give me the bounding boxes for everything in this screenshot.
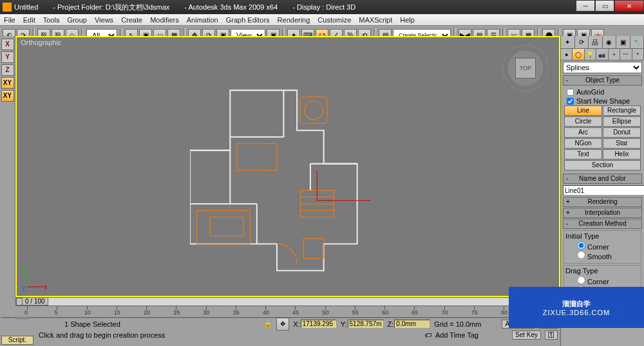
axis-xy2-button[interactable]: XY xyxy=(1,90,14,102)
sub-helpers[interactable]: + xyxy=(609,49,620,60)
shape-star-button[interactable]: Star xyxy=(603,138,641,149)
watermark-main: 溜溜自学 xyxy=(562,299,591,309)
shape-circle-button[interactable]: Circle xyxy=(564,116,602,127)
prompt-text: Click and drag to begin creation process xyxy=(39,331,165,339)
sub-lights[interactable]: 💡 xyxy=(585,49,596,60)
sub-cameras[interactable]: 📷 xyxy=(596,49,608,60)
rollout-creation-method[interactable]: Creation Method xyxy=(563,219,642,229)
axis-gizmo: y x z xyxy=(22,266,48,292)
category-dropdown[interactable]: Splines xyxy=(563,62,642,73)
shape-rectangle-button[interactable]: Rectangle xyxy=(603,105,641,116)
tab-display[interactable]: ▣ xyxy=(616,36,630,48)
tab-modify[interactable]: ⟳ xyxy=(575,36,589,48)
maximize-button[interactable]: ▭ xyxy=(595,0,614,12)
svg-rect-0 xyxy=(237,144,277,171)
y-coord-input[interactable] xyxy=(348,320,384,329)
object-name-input[interactable] xyxy=(563,185,644,196)
keyfilter-button[interactable]: ⚿ xyxy=(545,331,558,340)
sub-spacewarps[interactable]: 〰 xyxy=(620,49,632,60)
sub-shapes[interactable]: ◯ xyxy=(573,49,584,60)
selection-status: 1 Shape Selected xyxy=(64,320,120,328)
menu-tools[interactable]: Tools xyxy=(39,16,64,24)
axis-x-button[interactable]: X xyxy=(1,39,14,50)
autogrid-label: AutoGrid xyxy=(576,88,604,96)
autogrid-checkbox[interactable] xyxy=(567,89,574,96)
initial-type-label: Initial Type xyxy=(565,232,639,240)
tab-utilities[interactable]: 🔧 xyxy=(630,36,645,48)
start-new-shape-checkbox[interactable] xyxy=(567,98,574,105)
setkey-button[interactable]: Set Key xyxy=(512,331,541,340)
svg-rect-9 xyxy=(304,239,324,259)
tab-hierarchy[interactable]: 品 xyxy=(589,36,603,48)
menu-help[interactable]: Help xyxy=(396,16,419,24)
shape-section-button[interactable]: Section xyxy=(564,160,641,170)
menu-create[interactable]: Create xyxy=(117,16,146,24)
axis-constraint-bar: X Y Z XY XY xyxy=(0,36,15,297)
svg-point-3 xyxy=(305,101,323,120)
sub-geometry[interactable]: ● xyxy=(561,49,573,60)
view-cube[interactable]: TOP xyxy=(502,45,549,91)
grid-status: Grid = 10.0mm xyxy=(434,320,481,328)
svg-text:z: z xyxy=(22,284,26,292)
rollout-name-color[interactable]: Name and Color xyxy=(563,174,642,184)
title-bar: Untitled - Project Folder: D:\我的文档\3dsma… xyxy=(0,0,644,14)
window-title: Untitled - Project Folder: D:\我的文档\3dsma… xyxy=(14,3,641,12)
menu-animation[interactable]: Animation xyxy=(183,16,222,24)
axis-xy-button[interactable]: XY xyxy=(1,77,14,89)
menu-maxscript[interactable]: MAXScript xyxy=(355,16,396,24)
svg-text:x: x xyxy=(44,283,48,291)
minimize-button[interactable]: ─ xyxy=(576,0,595,12)
tab-create[interactable]: ✦ xyxy=(561,36,575,48)
shape-helix-button[interactable]: Helix xyxy=(603,149,641,159)
axis-z-button[interactable]: Z xyxy=(1,64,14,76)
drag-corner-radio[interactable] xyxy=(577,276,585,284)
menu-modifiers[interactable]: Modifiers xyxy=(146,16,183,24)
shape-arc-button[interactable]: Arc xyxy=(564,127,602,138)
script-label: Script. xyxy=(1,336,33,345)
menu-views[interactable]: Views xyxy=(91,16,117,24)
svg-text:y: y xyxy=(23,266,27,273)
lock-icon[interactable]: 🔒 xyxy=(263,320,272,328)
viewport[interactable]: Orthographic TOP y x z xyxy=(15,36,560,297)
bottom-panel: 0 / 100 ▤ 051015202530354045505560657075… xyxy=(0,297,560,346)
start-new-label: Start New Shape xyxy=(576,97,630,105)
svg-rect-8 xyxy=(211,217,244,236)
menu-customize[interactable]: Customize xyxy=(314,16,355,24)
z-coord-input[interactable] xyxy=(394,320,430,329)
view-cube-face[interactable]: TOP xyxy=(515,58,536,78)
shape-ellipse-button[interactable]: Ellipse xyxy=(603,116,641,127)
x-coord-input[interactable] xyxy=(301,320,337,329)
floorplan-drawing xyxy=(190,84,391,284)
sub-systems[interactable]: * xyxy=(632,49,644,60)
initial-corner-radio[interactable] xyxy=(577,241,585,250)
initial-smooth-radio[interactable] xyxy=(577,251,585,259)
menu-edit[interactable]: Edit xyxy=(19,16,39,24)
menu-rendering[interactable]: Rendering xyxy=(274,16,314,24)
axis-y-button[interactable]: Y xyxy=(1,51,14,63)
shape-text-button[interactable]: Text xyxy=(564,149,602,159)
viewport-label: Orthographic xyxy=(21,39,62,46)
menu-file[interactable]: File xyxy=(0,16,19,24)
close-button[interactable]: ✕ xyxy=(614,0,644,12)
tab-motion[interactable]: ◉ xyxy=(603,36,617,48)
drag-type-label: Drag Type xyxy=(565,267,639,275)
rollout-object-type[interactable]: Object Type xyxy=(563,75,642,86)
tag-icon[interactable]: 🏷 xyxy=(424,331,431,339)
watermark: 溜溜自学 ZIXUE.3D66.COM xyxy=(509,287,644,328)
menu-bar: File Edit Tools Group Views Create Modif… xyxy=(0,14,644,26)
shape-ngon-button[interactable]: NGon xyxy=(564,138,602,149)
time-slider[interactable]: 0 / 100 xyxy=(15,297,545,306)
watermark-sub: ZIXUE.3D66.COM xyxy=(543,309,610,316)
rollout-rendering[interactable]: Rendering xyxy=(563,197,642,207)
transform-type-button[interactable]: ✥ xyxy=(276,318,289,331)
shape-line-button[interactable]: Line xyxy=(564,105,602,116)
shape-donut-button[interactable]: Donut xyxy=(603,127,641,138)
menu-graph-editors[interactable]: Graph Editors xyxy=(222,16,274,24)
app-icon xyxy=(3,3,12,12)
timeline-ruler[interactable]: 05101520253035404550556065707580 xyxy=(1,306,559,318)
menu-group[interactable]: Group xyxy=(63,16,91,24)
frame-indicator[interactable]: 0 / 100 xyxy=(22,297,48,305)
add-time-tag[interactable]: Add Time Tag xyxy=(435,331,478,339)
rollout-interpolation[interactable]: Interpolation xyxy=(563,208,642,218)
svg-rect-1 xyxy=(197,211,251,244)
